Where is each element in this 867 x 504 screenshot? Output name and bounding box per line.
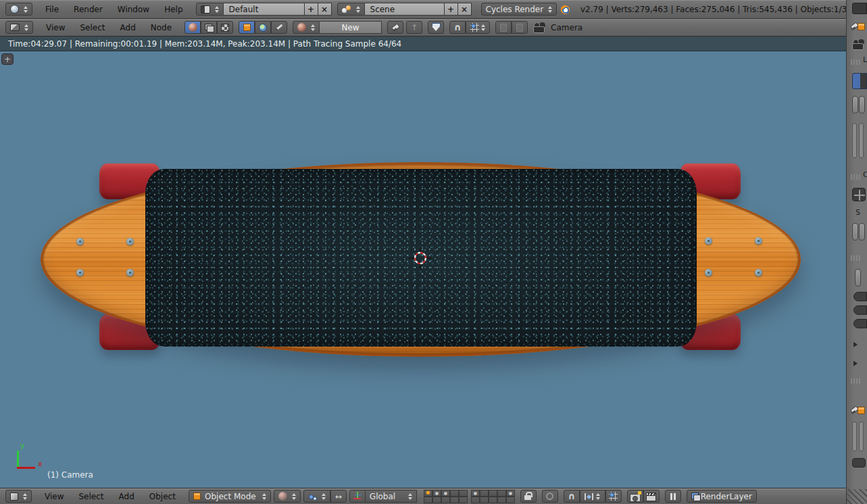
- screen-layout-name[interactable]: Default: [224, 3, 305, 16]
- menu-view[interactable]: View: [39, 23, 72, 32]
- auto-render-button[interactable]: [428, 21, 444, 34]
- layer-cell[interactable]: ●: [424, 490, 432, 497]
- menu-window[interactable]: Window: [110, 5, 157, 14]
- close-layout-button[interactable]: ×: [318, 3, 332, 16]
- clipped-tab-icons[interactable]: [849, 22, 866, 32]
- layer-cell[interactable]: [471, 497, 480, 503]
- render-layer-selector[interactable]: RenderLayer: [687, 490, 757, 503]
- clipped-field[interactable]: [852, 123, 857, 158]
- pin-button[interactable]: [387, 21, 403, 34]
- snap-peel-button[interactable]: [605, 490, 622, 503]
- shader-object-button[interactable]: [239, 21, 255, 34]
- layer-cell[interactable]: ●: [441, 490, 450, 497]
- go-to-parent-button[interactable]: ↑: [406, 21, 422, 34]
- tree-type-shader-button[interactable]: [184, 21, 201, 34]
- manipulator-toggle[interactable]: [349, 490, 366, 503]
- pivot-align-toggle[interactable]: ↔: [330, 490, 347, 503]
- region-resize-corner[interactable]: [847, 489, 867, 504]
- editor-type-selector-node[interactable]: [5, 21, 33, 34]
- layer-cell[interactable]: [459, 490, 468, 497]
- layer-cell[interactable]: [497, 490, 506, 497]
- snap-toggle-button[interactable]: ∩: [564, 490, 580, 503]
- menu-help[interactable]: Help: [157, 5, 190, 14]
- layers-widget[interactable]: ● ● ● ● ●: [424, 490, 515, 503]
- proportional-edit-dropdown[interactable]: [542, 490, 558, 503]
- screen-layout-selector[interactable]: [196, 3, 224, 16]
- clipped-stepper[interactable]: [855, 269, 861, 286]
- menu-select[interactable]: Select: [72, 23, 112, 32]
- menu-file[interactable]: File: [38, 5, 66, 14]
- copy-nodes-button[interactable]: [495, 21, 512, 34]
- editor-type-selector-3dview[interactable]: [5, 490, 32, 503]
- pivot-point-dropdown[interactable]: [303, 490, 330, 503]
- menu-select[interactable]: Select: [71, 492, 111, 501]
- render-engine-dropdown[interactable]: Cycles Render: [481, 3, 558, 16]
- close-scene-button[interactable]: ×: [458, 3, 472, 16]
- mode-dropdown[interactable]: Object Mode: [189, 490, 271, 503]
- viewport-3d[interactable]: + y x (1) Camera: [0, 51, 846, 488]
- panel-grip[interactable]: [851, 255, 862, 261]
- menu-add[interactable]: Add: [113, 23, 143, 32]
- layer-cell[interactable]: [489, 490, 497, 497]
- layer-cell[interactable]: [489, 497, 497, 503]
- menu-view[interactable]: View: [37, 492, 71, 501]
- tree-type-compositing-button[interactable]: [201, 21, 217, 34]
- scene-lock-toggle[interactable]: [520, 490, 537, 503]
- snap-toggle-button[interactable]: ∩: [449, 21, 466, 34]
- menu-render[interactable]: Render: [66, 5, 110, 14]
- editor-type-selector-info[interactable]: [5, 3, 32, 16]
- tree-type-texture-button[interactable]: [217, 21, 233, 34]
- opengl-render-image-button[interactable]: [627, 490, 643, 503]
- menu-add[interactable]: Add: [112, 492, 142, 501]
- clipped-button[interactable]: [853, 292, 867, 301]
- clipped-dimension-widget[interactable]: [852, 188, 866, 201]
- scene-selector[interactable]: [337, 3, 365, 16]
- layer-cell[interactable]: [506, 497, 515, 503]
- pause-render-button[interactable]: [665, 490, 681, 503]
- expand-region-button[interactable]: +: [1, 53, 14, 65]
- panel-grip[interactable]: [851, 378, 862, 384]
- collapsed-panel-arrow[interactable]: [853, 342, 858, 347]
- clipped-object-tab[interactable]: [849, 405, 866, 416]
- clipped-field[interactable]: [852, 422, 857, 451]
- add-scene-button[interactable]: +: [445, 3, 458, 16]
- viewport-shading-dropdown[interactable]: [274, 490, 301, 503]
- layer-cell[interactable]: [441, 497, 450, 503]
- layer-cell[interactable]: [480, 490, 489, 497]
- clipped-header-icon[interactable]: [852, 3, 867, 14]
- clipped-field[interactable]: [859, 123, 864, 158]
- layer-cell[interactable]: [480, 497, 489, 503]
- clipped-stepper[interactable]: [852, 223, 858, 241]
- layer-cell[interactable]: [432, 497, 441, 503]
- clipped-button[interactable]: [853, 305, 867, 315]
- clipped-stepper[interactable]: [852, 96, 858, 114]
- layer-cell[interactable]: [450, 490, 459, 497]
- layer-cell[interactable]: ●: [506, 490, 515, 497]
- new-material-button[interactable]: New: [320, 21, 382, 34]
- layer-cell[interactable]: [424, 497, 432, 503]
- layer-cell[interactable]: ●: [471, 490, 480, 497]
- layer-cell[interactable]: [450, 497, 459, 503]
- clipped-stepper[interactable]: [859, 223, 865, 241]
- material-preview-dropdown[interactable]: [293, 21, 320, 34]
- menu-object[interactable]: Object: [142, 492, 183, 501]
- menu-node[interactable]: Node: [143, 23, 179, 32]
- snap-mode-dropdown[interactable]: [466, 21, 490, 34]
- layer-cell[interactable]: [497, 497, 506, 503]
- scene-name[interactable]: Scene: [365, 3, 445, 16]
- add-layout-button[interactable]: +: [305, 3, 318, 16]
- shader-world-button[interactable]: [255, 21, 271, 34]
- transform-orientation-dropdown[interactable]: Global: [366, 490, 417, 503]
- collapsed-panel-arrow[interactable]: [853, 361, 858, 366]
- snap-element-dropdown[interactable]: [580, 490, 605, 503]
- clipped-field[interactable]: [859, 422, 864, 451]
- clipped-button[interactable]: [852, 458, 866, 468]
- clipped-button[interactable]: [853, 319, 867, 328]
- panel-grip[interactable]: [851, 174, 862, 180]
- opengl-render-anim-button[interactable]: [643, 490, 660, 503]
- panel-grip[interactable]: [851, 59, 862, 65]
- shader-linestyle-button[interactable]: [271, 21, 287, 34]
- layer-cell[interactable]: [459, 497, 468, 503]
- clipped-render-button[interactable]: [852, 73, 867, 89]
- paste-nodes-button[interactable]: [512, 21, 528, 34]
